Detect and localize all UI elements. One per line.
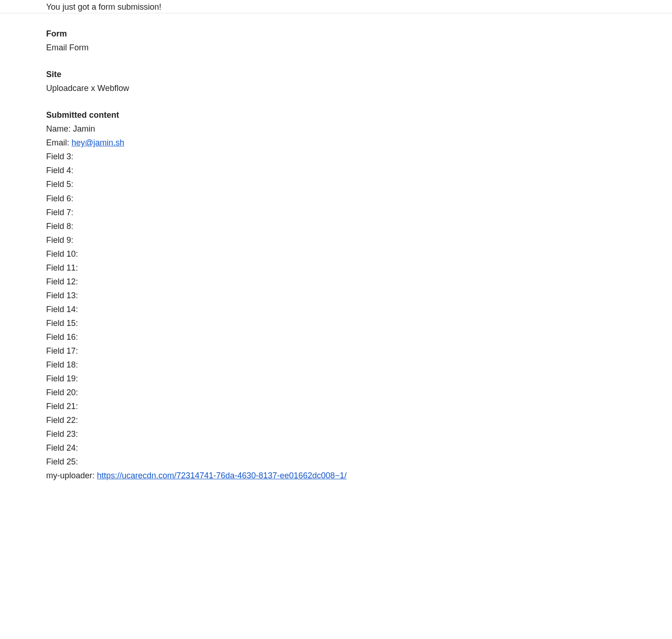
field-line: my-uploader: https://ucarecdn.com/723147…: [46, 469, 462, 482]
field-line: Name: Jamin: [46, 122, 462, 136]
field-label: Field 12:: [46, 277, 78, 286]
field-label: Email:: [46, 138, 72, 147]
field-line: Field 9:: [46, 233, 462, 247]
field-line: Field 14:: [46, 302, 462, 316]
site-section: Site Uploadcare x Webflow: [46, 67, 462, 95]
field-line: Field 24:: [46, 441, 462, 455]
field-label: Field 24:: [46, 443, 78, 452]
field-value: Jamin: [73, 124, 95, 133]
submitted-section: Submitted content Name: JaminEmail: hey@…: [46, 108, 462, 482]
field-label: Field 13:: [46, 291, 78, 300]
field-line: Field 23:: [46, 427, 462, 441]
field-line: Field 20:: [46, 386, 462, 399]
field-label: Field 7:: [46, 208, 73, 217]
field-label: Field 22:: [46, 416, 78, 425]
form-value: Email Form: [46, 41, 462, 54]
field-label: Field 20:: [46, 388, 78, 397]
field-link[interactable]: hey@jamin.sh: [72, 138, 124, 147]
field-line: Field 12:: [46, 275, 462, 289]
field-line: Field 16:: [46, 330, 462, 344]
field-label: Field 19:: [46, 374, 78, 383]
field-label: Field 21:: [46, 402, 78, 411]
form-section: Form Email Form: [46, 27, 462, 54]
site-heading: Site: [46, 67, 462, 81]
submitted-heading: Submitted content: [46, 108, 462, 122]
field-line: Field 17:: [46, 344, 462, 358]
field-line: Field 19:: [46, 372, 462, 386]
field-label: Field 14:: [46, 305, 78, 314]
field-label: Field 18:: [46, 360, 78, 369]
field-line: Field 11:: [46, 261, 462, 275]
field-line: Field 3:: [46, 150, 462, 163]
field-line: Field 13:: [46, 289, 462, 302]
form-heading: Form: [46, 27, 462, 41]
field-label: Field 4:: [46, 166, 73, 175]
site-value: Uploadcare x Webflow: [46, 81, 462, 95]
field-line: Field 6:: [46, 192, 462, 205]
field-label: Field 25:: [46, 457, 78, 466]
field-label: Field 3:: [46, 152, 73, 161]
field-label: Field 16:: [46, 332, 78, 342]
field-label: Name:: [46, 124, 73, 133]
field-line: Field 22:: [46, 413, 462, 427]
field-label: Field 10:: [46, 249, 78, 259]
top-divider: [0, 13, 672, 13]
field-line: Field 8:: [46, 219, 462, 233]
field-label: Field 6:: [46, 194, 73, 203]
fields-list: Name: JaminEmail: hey@jamin.shField 3: F…: [46, 122, 462, 482]
field-label: Field 17:: [46, 346, 78, 356]
field-label: Field 9:: [46, 235, 73, 245]
field-label: Field 5:: [46, 180, 73, 189]
intro-text: You just got a form submission!: [46, 0, 462, 14]
field-label: my-uploader:: [46, 471, 97, 480]
field-line: Field 5:: [46, 177, 462, 191]
field-line: Field 18:: [46, 358, 462, 372]
field-line: Field 21:: [46, 399, 462, 413]
field-line: Field 15:: [46, 316, 462, 330]
field-line: Email: hey@jamin.sh: [46, 136, 462, 150]
field-line: Field 7:: [46, 205, 462, 219]
field-line: Field 10:: [46, 247, 462, 261]
email-body: You just got a form submission! Form Ema…: [0, 0, 462, 483]
field-line: Field 25:: [46, 455, 462, 469]
field-line: Field 4:: [46, 163, 462, 177]
field-label: Field 15:: [46, 319, 78, 328]
field-label: Field 11:: [46, 263, 78, 272]
field-label: Field 8:: [46, 222, 73, 231]
field-label: Field 23:: [46, 429, 78, 439]
field-link[interactable]: https://ucarecdn.com/72314741-76da-4630-…: [97, 471, 347, 480]
